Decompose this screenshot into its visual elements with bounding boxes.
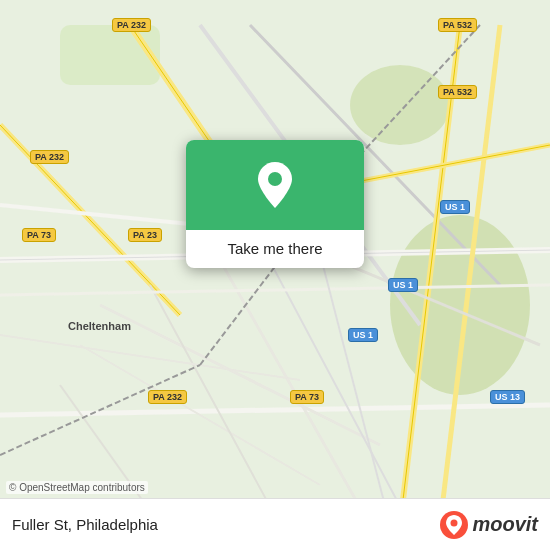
svg-rect-3 bbox=[60, 25, 160, 85]
moovit-text: moovit bbox=[472, 513, 538, 536]
bottom-bar: Fuller St, Philadelphia moovit bbox=[0, 498, 550, 550]
location-pin-icon bbox=[256, 160, 294, 210]
svg-point-33 bbox=[451, 519, 458, 526]
moovit-logo: moovit bbox=[440, 511, 538, 539]
map-attribution: © OpenStreetMap contributors bbox=[6, 481, 148, 494]
popup-card: Take me there bbox=[186, 140, 364, 268]
take-me-there-button[interactable]: Take me there bbox=[186, 230, 364, 268]
svg-point-2 bbox=[350, 65, 450, 145]
map-container: Cheltenham PA 232 PA 232 PA 232 PA 532 P… bbox=[0, 0, 550, 550]
location-label: Fuller St, Philadelphia bbox=[12, 516, 158, 533]
moovit-icon bbox=[440, 511, 468, 539]
svg-point-32 bbox=[268, 172, 282, 186]
popup-top bbox=[186, 140, 364, 230]
